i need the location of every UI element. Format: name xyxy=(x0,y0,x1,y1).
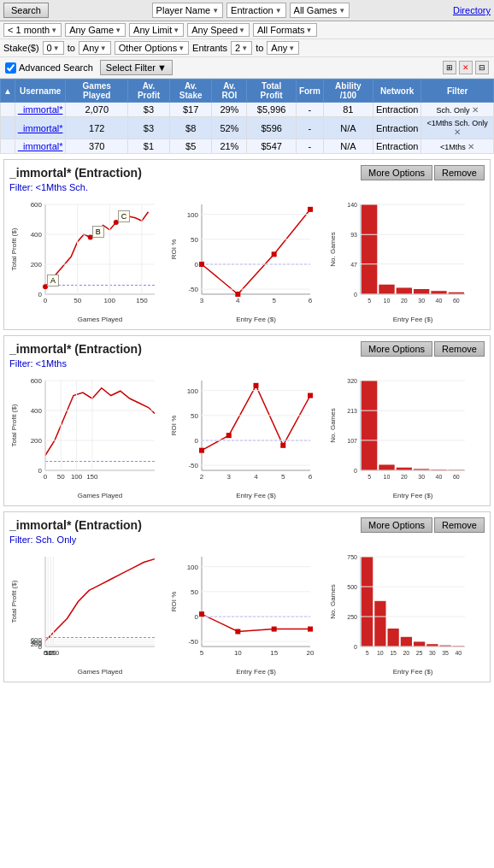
format-filter[interactable]: All Formats ▼ xyxy=(253,23,317,37)
svg-text:Total Profit ($): Total Profit ($) xyxy=(10,404,18,446)
chevron-down-icon: ▼ xyxy=(178,44,185,52)
delete-icon[interactable]: ✕ xyxy=(459,61,473,74)
svg-text:200: 200 xyxy=(31,437,43,445)
svg-text:0: 0 xyxy=(354,292,357,298)
col-av-roi: Av. ROI xyxy=(212,80,247,103)
col-ability: Ability /100 xyxy=(323,80,373,103)
sort-col[interactable]: ▲ xyxy=(1,80,15,103)
row-indicator xyxy=(1,117,15,139)
line-chart: 0501001500200400600Games PlayedTotal Pro… xyxy=(9,372,166,500)
stake-from[interactable]: 0 ▼ xyxy=(43,41,64,55)
charts-row: 0501001500200400600Games PlayedTotal Pro… xyxy=(9,196,485,324)
network-dropdown[interactable]: Entraction ▼ xyxy=(226,3,285,18)
svg-text:Games Played: Games Played xyxy=(78,316,122,323)
remove-button[interactable]: Remove xyxy=(434,165,485,180)
total-profit-cell: $547 xyxy=(247,139,297,154)
speed-filter[interactable]: Any Speed ▼ xyxy=(187,23,250,37)
player-buttons: More Options Remove xyxy=(361,517,485,533)
svg-rect-107 xyxy=(226,433,231,438)
svg-rect-110 xyxy=(308,393,313,399)
other-options[interactable]: Other Options ▼ xyxy=(115,41,189,55)
row-indicator xyxy=(1,103,15,117)
svg-text:20: 20 xyxy=(306,649,314,657)
svg-text:5: 5 xyxy=(272,297,276,304)
remove-button[interactable]: Remove xyxy=(434,517,485,533)
username-cell[interactable]: _immortal* xyxy=(15,103,66,117)
player-name: _immortal* (Entraction) xyxy=(9,518,142,532)
col-username: Username xyxy=(15,80,66,103)
svg-text:320: 320 xyxy=(348,378,358,384)
roi-chart: -500501005101520Entry Fee ($)ROI % xyxy=(169,548,326,676)
advanced-search-checkbox[interactable]: Advanced Search xyxy=(5,62,93,74)
svg-text:Total Profit ($): Total Profit ($) xyxy=(10,580,18,623)
line-chart: 0501001500200400600Games PlayedTotal Pro… xyxy=(9,548,166,676)
svg-text:No. Games: No. Games xyxy=(329,408,337,442)
svg-rect-115 xyxy=(362,381,377,470)
svg-rect-187 xyxy=(401,637,412,647)
av-stake-cell: $5 xyxy=(169,139,212,154)
av-stake-cell: $8 xyxy=(169,117,212,139)
svg-text:5: 5 xyxy=(368,474,372,480)
remove-button[interactable]: Remove xyxy=(434,341,485,357)
svg-text:50: 50 xyxy=(191,588,198,596)
col-total-profit: Total Profit xyxy=(247,80,297,103)
games-cell: 172 xyxy=(66,117,128,139)
month-filter[interactable]: < 1 month ▼ xyxy=(3,23,62,37)
svg-text:60: 60 xyxy=(453,474,460,480)
svg-text:30: 30 xyxy=(419,298,426,304)
search-button[interactable]: Search xyxy=(3,3,49,18)
username-cell[interactable]: _immortal* xyxy=(15,139,66,154)
entrants-to[interactable]: Any ▼ xyxy=(267,41,299,55)
chevron-down-icon: ▼ xyxy=(306,27,313,34)
settings-icon[interactable]: ⊟ xyxy=(475,61,489,74)
filter-row-1: < 1 month ▼ Any Game ▼ Any Limit ▼ Any S… xyxy=(0,21,494,39)
games-dropdown[interactable]: All Games ▼ xyxy=(290,3,350,18)
svg-text:213: 213 xyxy=(348,408,358,414)
entrants-from[interactable]: 2 ▼ xyxy=(231,41,252,55)
svg-rect-108 xyxy=(253,383,258,388)
chevron-down-icon: ▼ xyxy=(212,7,219,15)
svg-text:400: 400 xyxy=(31,407,43,415)
remove-row-icon[interactable]: ✕ xyxy=(454,127,461,137)
results-table: ▲ Username Games Played Av. Profit Av. S… xyxy=(0,79,494,154)
player-header: _immortal* (Entraction) More Options Rem… xyxy=(9,165,485,180)
form-cell: - xyxy=(296,139,323,154)
limit-filter[interactable]: Any Limit ▼ xyxy=(129,23,184,37)
player-name: _immortal* (Entraction) xyxy=(9,342,142,356)
svg-text:2: 2 xyxy=(199,473,203,481)
chevron-down-icon: ▼ xyxy=(53,44,60,52)
player-header: _immortal* (Entraction) More Options Rem… xyxy=(9,517,485,533)
more-options-button[interactable]: More Options xyxy=(361,341,432,357)
svg-text:0: 0 xyxy=(354,468,357,474)
av-profit-cell: $1 xyxy=(128,139,170,154)
form-cell: - xyxy=(296,117,323,139)
game-filter[interactable]: Any Game ▼ xyxy=(65,23,126,37)
svg-rect-189 xyxy=(414,641,425,647)
select-filter-button[interactable]: Select Filter ▼ xyxy=(100,60,173,75)
chevron-down-icon: ▼ xyxy=(115,27,121,34)
svg-text:Entry Fee ($): Entry Fee ($) xyxy=(393,316,433,323)
svg-text:35: 35 xyxy=(443,650,450,656)
chevron-down-icon: ▼ xyxy=(275,7,282,15)
more-options-button[interactable]: More Options xyxy=(361,517,432,533)
filter-cell: Sch. Only ✕ xyxy=(421,103,494,117)
svg-text:Entry Fee ($): Entry Fee ($) xyxy=(393,492,433,499)
games-cell: 370 xyxy=(66,139,128,154)
svg-text:250: 250 xyxy=(348,614,358,620)
svg-text:-50: -50 xyxy=(188,462,198,469)
player-name-dropdown[interactable]: Player Name ▼ xyxy=(152,3,224,18)
directory-link[interactable]: Directory xyxy=(453,5,491,15)
remove-row-icon[interactable]: ✕ xyxy=(472,105,479,115)
player-name: _immortal* (Entraction) xyxy=(9,166,142,180)
svg-rect-55 xyxy=(432,291,447,294)
username-cell[interactable]: _immortal* xyxy=(15,117,66,139)
more-options-button[interactable]: More Options xyxy=(361,165,432,180)
svg-text:-50: -50 xyxy=(188,638,198,646)
svg-point-21 xyxy=(43,284,48,289)
remove-row-icon[interactable]: ✕ xyxy=(468,142,474,151)
stake-to[interactable]: Any ▼ xyxy=(79,41,111,55)
export-icon[interactable]: ⊞ xyxy=(443,61,456,74)
svg-text:6: 6 xyxy=(308,297,312,304)
svg-text:150: 150 xyxy=(86,473,98,481)
bar-chart: 5102030406004793140Entry Fee ($)No. Game… xyxy=(328,196,485,324)
